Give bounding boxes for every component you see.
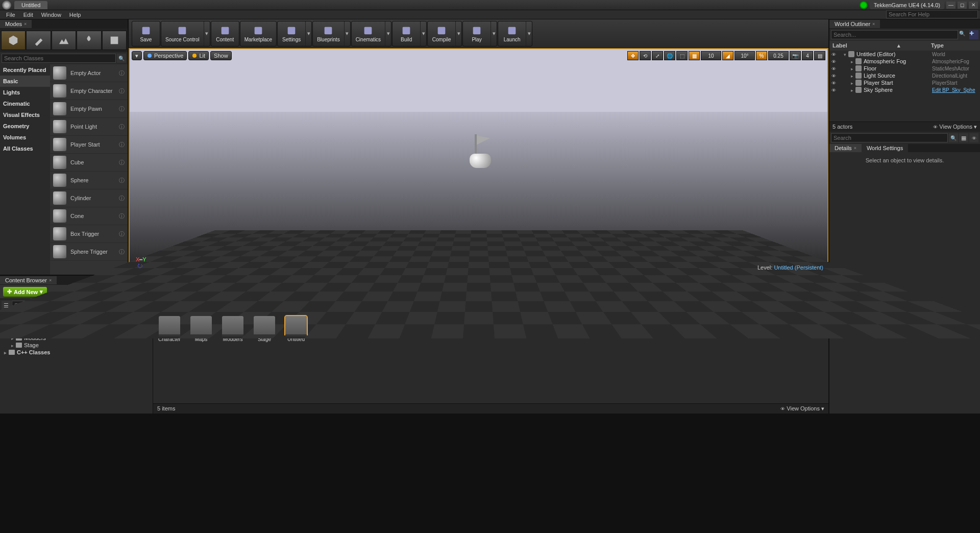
category-item[interactable]: Recently Placed (0, 64, 50, 76)
property-matrix-icon[interactable]: ▦ (959, 133, 968, 142)
dropdown-arrow-icon[interactable]: ▾ (420, 21, 426, 46)
title-tab[interactable]: Untitled (14, 1, 47, 9)
category-item[interactable]: Basic (0, 76, 50, 87)
dropdown-arrow-icon[interactable]: ▾ (526, 21, 532, 46)
scale-gizmo-icon[interactable]: ⤢ (652, 51, 663, 60)
launch-button[interactable]: Launch (498, 21, 526, 46)
info-icon[interactable]: ⓘ (119, 69, 125, 77)
outliner-tab[interactable]: World Outliner× (829, 20, 880, 28)
menu-file[interactable]: File (2, 11, 19, 19)
category-item[interactable]: Geometry (0, 120, 50, 132)
folder-tree-item[interactable]: Stage (1, 342, 152, 349)
menu-edit[interactable]: Edit (19, 11, 37, 19)
cinematics-button[interactable]: Cinematics (352, 21, 385, 46)
play-button[interactable]: Play (463, 21, 491, 46)
expand-icon[interactable] (851, 87, 853, 93)
outliner-header[interactable]: Label▴Type (829, 41, 980, 51)
coord-space-icon[interactable]: 🌐 (664, 51, 675, 60)
expand-icon[interactable] (851, 80, 853, 86)
minimize-button[interactable]: — (946, 2, 955, 9)
modes-search-input[interactable] (2, 54, 116, 63)
view-options-button[interactable]: View Options ▾ (933, 124, 977, 130)
actor-item[interactable]: Player Startⓘ (50, 136, 128, 154)
outliner-add-icon[interactable]: ✚ (969, 30, 978, 39)
visibility-icon[interactable] (831, 87, 838, 93)
foliage-mode-icon[interactable] (77, 31, 101, 50)
info-icon[interactable]: ⓘ (119, 230, 125, 238)
details-search-input[interactable] (831, 133, 948, 142)
actor-item[interactable]: Cubeⓘ (50, 154, 128, 172)
marketplace-button[interactable]: Marketplace (240, 21, 276, 46)
visibility-icon[interactable] (831, 80, 838, 86)
info-icon[interactable]: ⓘ (119, 159, 125, 166)
player-start-actor[interactable] (464, 134, 495, 170)
dropdown-arrow-icon[interactable]: ▾ (305, 21, 311, 46)
sourcecontrol-status-icon[interactable] (860, 1, 868, 9)
dropdown-arrow-icon[interactable]: ▾ (385, 21, 391, 46)
expand-icon[interactable] (851, 72, 853, 79)
dropdown-arrow-icon[interactable]: ▾ (344, 21, 350, 46)
actor-item[interactable]: Sphere Triggerⓘ (50, 243, 128, 261)
outliner-row[interactable]: Sky SphereEdit BP_Sky_Sphe (829, 86, 980, 93)
angle-snap-icon[interactable]: ◢ (722, 51, 733, 60)
category-item[interactable]: Lights (0, 87, 50, 98)
category-item[interactable]: Volumes (0, 132, 50, 143)
translate-gizmo-icon[interactable]: ✥ (627, 51, 639, 60)
maximize-viewport-icon[interactable]: ▤ (814, 51, 825, 60)
actor-item[interactable]: Point Lightⓘ (50, 118, 128, 136)
save-button[interactable]: Save (132, 21, 160, 46)
help-search-input[interactable] (886, 10, 978, 18)
actor-item[interactable]: Box Triggerⓘ (50, 225, 128, 243)
landscape-mode-icon[interactable] (52, 31, 76, 50)
source-control-button[interactable]: Source Control (161, 21, 204, 46)
outliner-row[interactable]: FloorStaticMeshActor (829, 65, 980, 72)
modes-tab[interactable]: Modes× (0, 20, 32, 28)
info-icon[interactable]: ⓘ (119, 195, 125, 202)
world-settings-tab[interactable]: World Settings (862, 144, 908, 152)
menu-help[interactable]: Help (65, 11, 85, 19)
search-icon[interactable] (117, 54, 126, 63)
blueprints-button[interactable]: Blueprints (313, 21, 344, 46)
view-options-button[interactable]: View Options ▾ (780, 405, 824, 412)
scale-snap-icon[interactable]: % (756, 51, 767, 60)
actor-item[interactable]: Empty Pawnⓘ (50, 100, 128, 118)
grid-snap-icon[interactable]: ▦ (689, 51, 700, 60)
camera-speed-icon[interactable]: 📷 (790, 51, 801, 60)
grid-snap-value[interactable]: 10 (701, 51, 721, 60)
compile-button[interactable]: Compile (428, 21, 455, 46)
outliner-row[interactable]: Player StartPlayerStart (829, 79, 980, 86)
outliner-row[interactable]: Light SourceDirectionalLight (829, 72, 980, 79)
viewport[interactable]: X━Y ⭮ Level: Untitled (Persistent) ▾ Per… (129, 48, 828, 275)
content-browser-tab[interactable]: Content Browser× (0, 276, 57, 284)
surface-snap-icon[interactable]: ⬚ (676, 51, 688, 60)
dropdown-arrow-icon[interactable]: ▾ (455, 21, 461, 46)
actor-item[interactable]: Coneⓘ (50, 207, 128, 225)
info-icon[interactable]: ⓘ (119, 87, 125, 95)
lit-button[interactable]: Lit (188, 51, 209, 60)
content-button[interactable]: Content (211, 21, 239, 46)
outliner-search-input[interactable] (831, 30, 958, 39)
info-icon[interactable]: ⓘ (119, 123, 125, 131)
actor-item[interactable]: Empty Actorⓘ (50, 64, 128, 82)
place-mode-icon[interactable] (1, 31, 26, 50)
maximize-button[interactable]: ◻ (958, 2, 967, 9)
expand-icon[interactable] (851, 58, 853, 64)
perspective-button[interactable]: Perspective (143, 51, 187, 60)
build-button[interactable]: Build (393, 21, 420, 46)
camera-speed-value[interactable]: 4 (802, 51, 813, 60)
dropdown-arrow-icon[interactable]: ▾ (204, 21, 210, 46)
visibility-icon[interactable] (831, 72, 838, 79)
search-icon[interactable] (959, 30, 968, 39)
expand-icon[interactable] (844, 51, 846, 57)
viewport-menu-button[interactable]: ▾ (132, 51, 142, 60)
expand-icon[interactable] (11, 342, 14, 348)
info-icon[interactable]: ⓘ (119, 105, 125, 113)
dropdown-arrow-icon[interactable]: ▾ (491, 21, 497, 46)
visibility-icon[interactable] (831, 51, 838, 57)
visibility-icon[interactable] (831, 58, 838, 64)
geometry-mode-icon[interactable] (102, 31, 127, 50)
info-icon[interactable]: ⓘ (119, 141, 125, 149)
show-button[interactable]: Show (210, 51, 232, 60)
expand-icon[interactable] (851, 65, 853, 71)
folder-tree-item[interactable]: C++ Classes (1, 349, 152, 356)
